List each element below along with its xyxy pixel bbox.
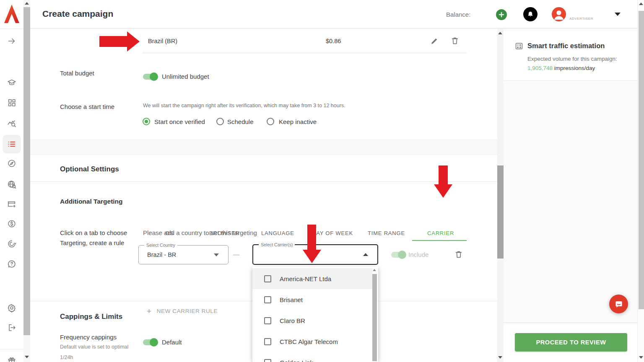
dropdown-option-label: America-NET Ltda (280, 275, 331, 282)
content-scrollbar[interactable] (497, 28, 504, 362)
add-funds-icon[interactable] (3, 196, 21, 212)
tab-language[interactable]: LANGUAGE (261, 230, 294, 236)
role-label: ADVERTISER (569, 17, 593, 21)
dropdown-option-brisanet[interactable]: Brisanet (252, 289, 372, 310)
frequency-cappings-sub2: 1/24h (60, 354, 73, 360)
dropdown-option-america-net[interactable]: America-NET Ltda (252, 268, 372, 289)
notifications-bell-icon[interactable] (523, 7, 538, 21)
left-sidebar (0, 0, 23, 362)
smart-estimation-card: Smart traffic estimation Expected volume… (504, 31, 637, 81)
section-separator (30, 140, 497, 155)
main-content: Brazil (BR) $0.86 Total budget Unlimited… (30, 28, 497, 362)
billing-icon[interactable] (3, 215, 21, 232)
page-scroll-down-icon[interactable] (639, 356, 643, 359)
add-balance-button[interactable] (496, 9, 507, 20)
dropdown-option-ctbc-algar[interactable]: CTBC Algar Telecom (252, 331, 372, 352)
dropdown-option-label: Claro BR (280, 317, 305, 324)
new-carrier-rule-button[interactable]: +NEW CARRIER RULE (147, 307, 218, 316)
page-scrollbar-thumb[interactable] (639, 11, 644, 309)
dropdown-scroll-up-icon[interactable] (373, 269, 376, 271)
account-menu-caret-icon[interactable] (615, 13, 621, 16)
checkbox-icon[interactable] (264, 275, 271, 282)
app-root: Create campaign Balance: ADVERTISER Braz… (0, 0, 644, 362)
delete-country-icon[interactable] (450, 36, 460, 46)
scroll-down-icon[interactable] (25, 356, 29, 358)
education-icon[interactable] (3, 75, 21, 91)
retention-icon[interactable] (3, 235, 21, 252)
country-row-price: $0.86 (326, 38, 341, 44)
content-scroll-down-icon[interactable] (498, 356, 502, 359)
explore-icon[interactable] (3, 155, 21, 172)
frequency-cappings-label: Frequency cappings (60, 334, 117, 341)
dropdown-option-golden-link[interactable]: Golden Link (252, 352, 372, 362)
page-scroll-up-icon[interactable] (639, 3, 643, 5)
radio-start-once-verified[interactable] (143, 118, 150, 125)
dropdown-option-claro-br[interactable]: Claro BR (252, 310, 372, 331)
dropdown-scrollbar-thumb[interactable] (372, 274, 377, 361)
add-country-instruction: Please add a country to set this targeti… (143, 229, 257, 236)
frequency-default-toggle[interactable] (143, 339, 157, 345)
radio-schedule-label: Schedule (227, 118, 254, 125)
checkbox-icon[interactable] (264, 359, 271, 362)
include-label: Include (408, 251, 428, 258)
tab-day-of-week[interactable]: DAY OF WEEK (312, 230, 353, 236)
new-carrier-rule-label: NEW CARRIER RULE (157, 308, 218, 314)
chat-widget-button[interactable] (609, 295, 628, 313)
logout-icon[interactable] (3, 319, 21, 336)
gift-icon[interactable] (3, 352, 21, 362)
dropdown-option-label: Golden Link (280, 359, 313, 362)
settings-gear-icon[interactable] (3, 300, 21, 316)
country-row-label: Brazil (BR) (148, 38, 177, 44)
country-select-value: Brazil - BR (147, 251, 176, 258)
country-select-label: Select Country (144, 243, 177, 248)
campaigns-list-icon[interactable] (3, 135, 21, 153)
top-header: Create campaign Balance: ADVERTISER (30, 0, 637, 28)
radio-keep-inactive[interactable] (267, 118, 274, 125)
left-scrollbar-thumb[interactable] (23, 7, 30, 335)
avatar[interactable] (552, 7, 566, 21)
content-scrollbar-thumb[interactable] (497, 165, 504, 259)
tab-time-range[interactable]: TIME RANGE (368, 230, 405, 236)
balance-label: Balance: (446, 11, 470, 18)
traffic-chart-icon[interactable] (3, 176, 21, 193)
dashboard-icon[interactable] (3, 94, 21, 111)
carrier-select-caret-icon[interactable] (363, 253, 368, 256)
proceed-to-review-button[interactable]: PROCEED TO REVIEW (515, 333, 627, 352)
adsterra-logo-icon[interactable] (4, 4, 20, 24)
sidebar-divider (0, 28, 23, 29)
checkbox-icon[interactable] (264, 317, 271, 324)
edit-pencil-icon[interactable] (430, 36, 440, 47)
country-select-caret-icon[interactable] (214, 253, 219, 256)
scroll-up-icon[interactable] (25, 2, 29, 5)
help-icon[interactable] (3, 256, 21, 272)
statistics-icon[interactable] (3, 115, 21, 132)
country-select[interactable]: Select Country Brazil - BR (138, 245, 229, 264)
checkbox-icon[interactable] (264, 338, 271, 345)
estimation-title: Smart traffic estimation (527, 42, 605, 50)
section-divider (30, 181, 497, 182)
targeting-hint-line1: Click on a tab to choose (60, 229, 127, 236)
page-title: Create campaign (42, 9, 113, 19)
left-scrollbar[interactable] (23, 0, 30, 362)
plus-icon: + (147, 307, 152, 315)
calculator-icon (515, 42, 523, 52)
targeting-hint-line2: Targeting, create a rule (60, 239, 124, 246)
page-scrollbar[interactable] (637, 0, 644, 362)
unlimited-budget-label: Unlimited budget (162, 73, 209, 80)
rule-dash: — (233, 251, 239, 258)
unlimited-budget-toggle[interactable] (143, 74, 157, 80)
total-budget-label: Total budget (60, 70, 94, 77)
delete-rule-icon[interactable] (454, 250, 464, 260)
radio-start-once-verified-label: Start once verified (154, 118, 205, 125)
checkbox-icon[interactable] (264, 296, 271, 303)
radio-schedule[interactable] (216, 118, 224, 125)
additional-targeting-label: Additional Targeting (60, 198, 123, 205)
frequency-default-label: Default (162, 339, 182, 346)
tab-carrier[interactable]: CARRIER (427, 230, 454, 236)
estimation-unit: impressions/day (553, 65, 595, 71)
optional-settings-title: Optional Settings (60, 165, 119, 173)
collapse-arrow-icon[interactable] (3, 33, 21, 49)
dropdown-scrollbar[interactable] (372, 268, 377, 362)
content-scroll-up-icon[interactable] (498, 32, 502, 34)
include-toggle[interactable] (391, 252, 405, 258)
